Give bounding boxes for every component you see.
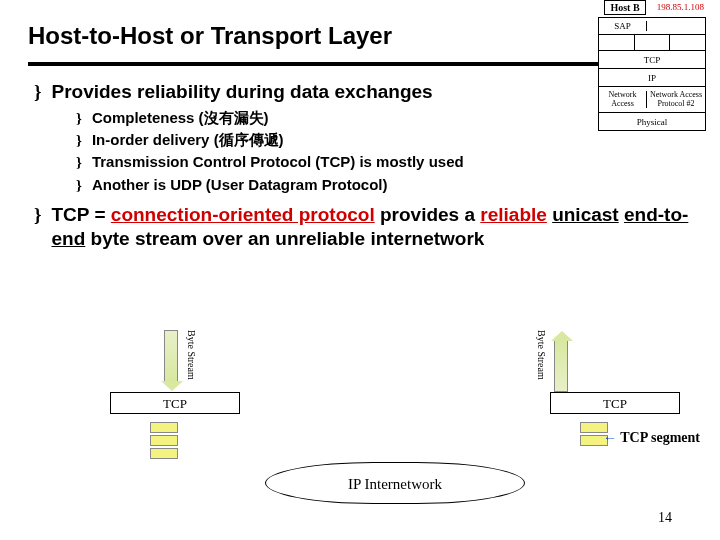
stack-row-app: SAP: [598, 17, 706, 35]
bullet-icon: }: [76, 152, 82, 172]
bullet-icon: }: [34, 80, 42, 104]
stack-ip-address: 198.85.1.108: [657, 2, 704, 12]
stack-row-ports: [598, 35, 706, 51]
bullet-1-text: Provides reliability during data exchang…: [52, 80, 433, 104]
stack-port: [635, 35, 671, 50]
stack-row-tcp: TCP: [598, 51, 706, 69]
stack-row-ip: IP: [598, 69, 706, 87]
arrow-down-icon: [164, 330, 178, 382]
stack-port: [599, 35, 635, 50]
tcp-red2: reliable: [480, 204, 547, 225]
stack-row-na: Network Access Network Access Protocol #…: [598, 87, 706, 113]
stack-app-left: SAP: [599, 21, 647, 31]
bullet-1-4-text: Another is UDP (User Datagram Protocol): [92, 175, 388, 195]
tcp-ip-diagram: Byte Stream TCP Byte Stream TCP IP Inter…: [110, 330, 680, 510]
tcp-mid4: byte stream over an unreliable internetw…: [85, 228, 484, 249]
bullet-icon: }: [76, 108, 82, 128]
segments-left: [150, 422, 178, 459]
tcp-red1: connection-oriented protocol: [111, 204, 375, 225]
bullet-2-text: TCP = connection-oriented protocol provi…: [52, 203, 693, 251]
stack-port: [670, 35, 705, 50]
segment-icon: [150, 448, 178, 459]
bullet-1-4: } Another is UDP (User Datagram Protocol…: [76, 175, 692, 195]
tcp-box-left: TCP: [110, 392, 240, 414]
stack-ip: IP: [599, 73, 705, 83]
tcp-prefix: TCP =: [52, 204, 111, 225]
stack-row-physical: Physical: [598, 113, 706, 131]
tcp-und1: unicast: [552, 204, 619, 225]
bullet-2: } TCP = connection-oriented protocol pro…: [34, 203, 692, 251]
byte-stream-label-right: Byte Stream: [536, 330, 547, 382]
ip-internetwork-cloud: IP Internetwork: [265, 462, 525, 504]
bullet-1-2: } In-order delivery (循序傳遞): [76, 130, 692, 150]
page-number: 14: [658, 510, 672, 526]
tcp-box-right: TCP: [550, 392, 680, 414]
tcp-segment-note: ← TCP segment: [603, 430, 700, 446]
stack-na-right: Network Access Protocol #2: [647, 91, 705, 109]
segment-icon: [150, 435, 178, 446]
bullet-1-2-text: In-order delivery (循序傳遞): [92, 130, 284, 150]
arrow-up-icon: [554, 340, 568, 392]
bullet-1-3: } Transmission Control Protocol (TCP) is…: [76, 152, 692, 172]
segment-icon: [150, 422, 178, 433]
stack-host-label: Host B: [604, 0, 646, 15]
bullet-1-3-text: Transmission Control Protocol (TCP) is m…: [92, 152, 464, 172]
bullet-1-1-text: Completeness (沒有漏失): [92, 108, 269, 128]
bullet-1: } Provides reliability during data excha…: [34, 80, 692, 104]
bullet-icon: }: [76, 175, 82, 195]
stack-tcp: TCP: [599, 55, 705, 65]
left-arrow-icon: ←: [603, 430, 617, 445]
bullet-icon: }: [34, 203, 42, 227]
byte-stream-label-left: Byte Stream: [186, 330, 197, 382]
tcp-segment-note-text: TCP segment: [617, 430, 700, 445]
title-rule: [28, 62, 692, 66]
protocol-stack-diagram: Host B 198.85.1.108 SAP TCP IP Network A…: [598, 0, 706, 131]
stack-physical: Physical: [599, 117, 705, 127]
bullet-icon: }: [76, 130, 82, 150]
stack-na-left: Network Access: [599, 91, 647, 109]
tcp-mid1: provides a: [375, 204, 481, 225]
